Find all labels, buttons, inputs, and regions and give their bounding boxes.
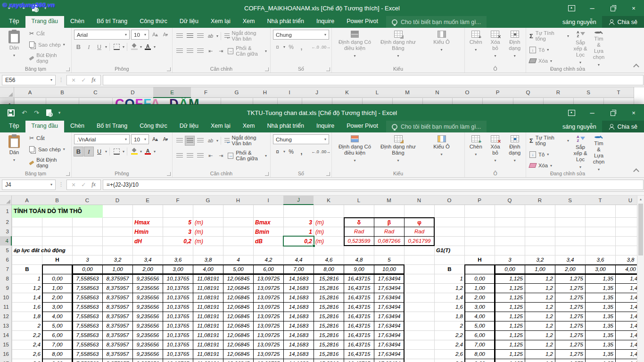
tab-2[interactable]: Trang đầu	[25, 121, 65, 132]
cell-S10[interactable]: 1,275	[555, 293, 586, 303]
cell-M14[interactable]: 17,63494	[374, 330, 405, 340]
cell-D7[interactable]: 1,00	[102, 264, 133, 274]
column-header-R[interactable]: R	[543, 87, 574, 98]
cell-E13[interactable]: 9,235656	[132, 321, 163, 331]
cell-P9[interactable]: 1,00	[464, 283, 495, 293]
cell-C9[interactable]: 7,558563	[72, 283, 103, 293]
column-header-H[interactable]: H	[223, 196, 254, 205]
row-header-17[interactable]: 17	[0, 359, 12, 362]
cell-S13[interactable]: 1,275	[555, 321, 586, 331]
cell-K8[interactable]: 15,2816	[314, 274, 344, 284]
tab-11[interactable]: Power Pivot	[340, 16, 384, 28]
cell-R9[interactable]: 1,2	[525, 283, 555, 293]
tab-9[interactable]: Nhà phát triển	[261, 16, 310, 28]
tab-5[interactable]: Công thức	[133, 121, 173, 132]
cell-J16[interactable]: 14,1683	[283, 349, 314, 359]
cell-H6[interactable]: 4	[223, 255, 254, 265]
tab-9[interactable]: Nhà phát triển	[261, 121, 310, 132]
column-header-F[interactable]: F	[191, 87, 221, 98]
collapse-ribbon-icon[interactable]	[633, 168, 639, 174]
accounting-format-icon[interactable]	[273, 42, 282, 51]
font-dialog-launcher-icon[interactable]	[167, 172, 171, 176]
wrap-text-button[interactable]: Ngắt dòng Văn bản	[223, 30, 268, 42]
cell-E11[interactable]: 9,235656	[132, 302, 163, 312]
cell-Q17[interactable]: 1,125	[495, 359, 525, 362]
format-painter-button[interactable]: Bút Định dạng	[28, 156, 69, 169]
cell-M2[interactable]: β	[374, 217, 405, 227]
cell-P14[interactable]: 6,00	[464, 330, 495, 340]
tab-10[interactable]: Inquire	[310, 121, 340, 132]
row-header-2[interactable]: 2	[0, 217, 12, 227]
cell-B17[interactable]: 9,00	[42, 359, 73, 362]
cell-P15[interactable]: 7,00	[464, 340, 495, 350]
column-header-G[interactable]: G	[193, 196, 223, 205]
italic-button[interactable]	[84, 147, 93, 156]
cell-G3[interactable]: (m)	[193, 227, 223, 237]
tab-11[interactable]: Power Pivot	[340, 121, 384, 132]
cell-I14[interactable]: 13,09725	[253, 330, 284, 340]
cell-I3[interactable]: Bmin	[253, 227, 284, 237]
cell-O9[interactable]: 1,2	[434, 283, 465, 293]
tab-1[interactable]: Tệp	[3, 121, 25, 132]
cell-S11[interactable]: 1,275	[555, 302, 586, 312]
decrease-font-size-icon[interactable]	[161, 135, 170, 144]
cell-C15[interactable]: 7,558563	[72, 340, 103, 350]
cell-B10[interactable]: 2,00	[42, 293, 73, 303]
share-button[interactable]: Chia sẻ	[602, 121, 644, 132]
conditional-formatting-button[interactable]: Định dạng Có điều kiện	[334, 134, 375, 169]
column-header-B[interactable]: B	[46, 87, 79, 98]
fill-color-button[interactable]	[130, 42, 139, 51]
row-header-10[interactable]: 10	[0, 293, 12, 303]
cell-P10[interactable]: 2,00	[464, 293, 495, 303]
column-header-F[interactable]: F	[163, 196, 193, 205]
accounting-format-icon[interactable]	[273, 147, 282, 156]
cell-G6[interactable]: 3,8	[193, 255, 223, 265]
cell-I10[interactable]: 13,09725	[253, 293, 284, 303]
cell-K16[interactable]: 15,2816	[314, 349, 344, 359]
conditional-formatting-button[interactable]: Định dạng Có điều kiện	[334, 30, 375, 64]
cell-M10[interactable]: 17,63494	[374, 293, 405, 303]
align-middle-button[interactable]	[185, 32, 194, 41]
enter-icon[interactable]	[81, 77, 86, 83]
row-header-13[interactable]: 13	[0, 321, 12, 331]
cell-A12[interactable]: 1,8	[12, 312, 42, 321]
decrease-decimal-icon[interactable]	[321, 42, 330, 51]
align-bottom-button[interactable]	[196, 32, 205, 41]
row-header-3[interactable]: 3	[0, 227, 12, 237]
cell-B13[interactable]: 5,00	[42, 321, 73, 331]
cell-E16[interactable]: 9,235656	[132, 349, 163, 359]
cell-A8[interactable]: 1	[12, 274, 42, 284]
cell-P17[interactable]: 9,00	[464, 359, 495, 362]
cell-J17[interactable]: 14,1683	[283, 359, 314, 362]
column-header-M[interactable]: M	[392, 87, 423, 98]
increase-font-size-icon[interactable]	[150, 30, 159, 39]
column-header-D[interactable]: D	[112, 87, 154, 98]
row-header-14[interactable]: 14	[0, 330, 12, 340]
cell-Q10[interactable]: 1,125	[495, 293, 525, 303]
cell-G14[interactable]: 11,08191	[193, 330, 223, 340]
cell-D12[interactable]: 8,375957	[102, 312, 133, 321]
name-box[interactable]: J4	[2, 180, 56, 190]
column-header-Q[interactable]: Q	[513, 87, 544, 98]
cell-L3[interactable]: Rad	[344, 227, 374, 237]
cell-A13[interactable]: 2	[12, 321, 42, 331]
cell-R11[interactable]: 1,2	[525, 302, 555, 312]
cell-Q7[interactable]: 0,00	[495, 264, 525, 274]
column-header-A[interactable]: A	[14, 87, 46, 98]
cell-M7[interactable]: 10,00	[374, 264, 405, 274]
cell-K7[interactable]: 8,00	[314, 264, 344, 274]
delete-cells-button[interactable]: Xóa bỏ	[487, 134, 504, 169]
cell-G16[interactable]: 11,08191	[193, 349, 223, 359]
cell-O17[interactable]: 2,8	[434, 359, 465, 362]
qat-customize-button[interactable]: ▾	[44, 5, 47, 11]
cell-H17[interactable]: 12,06845	[223, 359, 254, 362]
tab-4[interactable]: Bố trí Trang	[91, 121, 133, 132]
cell-A9[interactable]: 1,2	[12, 283, 42, 293]
cell-I12[interactable]: 13,09725	[253, 312, 284, 321]
cell-K17[interactable]: 15,2816	[314, 359, 344, 362]
sort-filter-button[interactable]: Sắp xếp & Lọc	[572, 134, 588, 169]
cell-F13[interactable]: 10,13765	[163, 321, 193, 331]
cell-M12[interactable]: 17,63494	[374, 312, 405, 321]
italic-button[interactable]	[84, 42, 93, 51]
cell-P8[interactable]: 0,00	[464, 274, 495, 284]
